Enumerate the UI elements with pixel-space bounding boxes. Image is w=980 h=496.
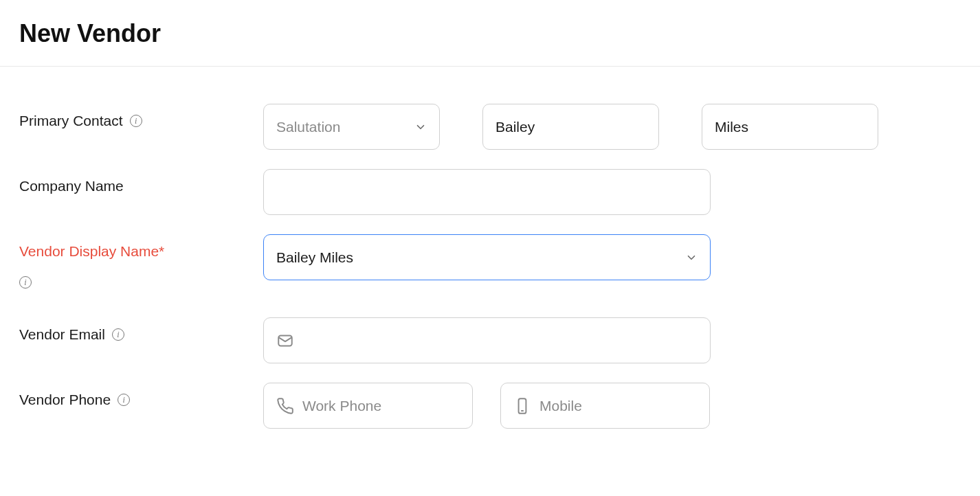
mobile-phone-input[interactable]	[539, 398, 697, 414]
work-phone-input-wrap	[263, 383, 473, 429]
vendor-email-fields	[263, 317, 711, 363]
chevron-down-icon	[414, 121, 427, 133]
vendor-phone-fields	[263, 383, 710, 429]
phone-icon	[276, 397, 294, 415]
row-company-name: Company Name	[19, 169, 961, 215]
vendor-email-input[interactable]	[302, 332, 698, 349]
label-primary-contact-text: Primary Contact	[19, 113, 123, 129]
vendor-form: Primary Contact i Salutation	[0, 67, 980, 469]
company-name-input-wrap	[263, 169, 711, 215]
vendor-display-name-value: Bailey Miles	[276, 249, 353, 266]
page-header: New Vendor	[0, 0, 980, 67]
company-name-input[interactable]	[276, 184, 698, 201]
info-icon-wrap: i	[19, 272, 263, 289]
label-primary-contact: Primary Contact i	[19, 104, 263, 129]
info-icon[interactable]: i	[19, 276, 32, 289]
label-vendor-phone: Vendor Phone i	[19, 383, 263, 408]
vendor-display-name-fields: Bailey Miles	[263, 234, 711, 280]
label-vendor-email: Vendor Email i	[19, 317, 263, 343]
info-icon[interactable]: i	[112, 328, 124, 341]
last-name-input[interactable]	[715, 119, 865, 135]
row-vendor-display-name: Vendor Display Name* i Bailey Miles	[19, 234, 961, 289]
info-icon[interactable]: i	[118, 394, 130, 406]
label-vendor-phone-text: Vendor Phone	[19, 392, 111, 408]
work-phone-input[interactable]	[302, 398, 460, 414]
first-name-input[interactable]	[495, 119, 646, 135]
label-vendor-display-name-text: Vendor Display Name*	[19, 243, 164, 260]
mobile-icon	[513, 397, 531, 415]
last-name-input-wrap	[702, 104, 878, 150]
row-primary-contact: Primary Contact i Salutation	[19, 104, 961, 150]
company-name-fields	[263, 169, 711, 215]
primary-contact-fields: Salutation	[263, 104, 878, 150]
first-name-input-wrap	[482, 104, 659, 150]
label-vendor-email-text: Vendor Email	[19, 326, 105, 343]
row-vendor-email: Vendor Email i	[19, 317, 961, 363]
label-company-name-text: Company Name	[19, 178, 124, 194]
info-icon[interactable]: i	[130, 115, 142, 127]
mail-icon	[276, 332, 294, 350]
vendor-display-name-select[interactable]: Bailey Miles	[263, 234, 711, 280]
vendor-email-input-wrap	[263, 317, 711, 363]
label-vendor-display-name: Vendor Display Name* i	[19, 234, 263, 289]
page-title: New Vendor	[19, 19, 961, 48]
row-vendor-phone: Vendor Phone i	[19, 383, 961, 429]
chevron-down-icon	[685, 251, 698, 264]
mobile-phone-input-wrap	[500, 383, 710, 429]
salutation-placeholder: Salutation	[276, 119, 340, 135]
new-vendor-page: New Vendor Primary Contact i Salutation	[0, 0, 980, 469]
salutation-select[interactable]: Salutation	[263, 104, 440, 150]
label-company-name: Company Name	[19, 169, 263, 194]
